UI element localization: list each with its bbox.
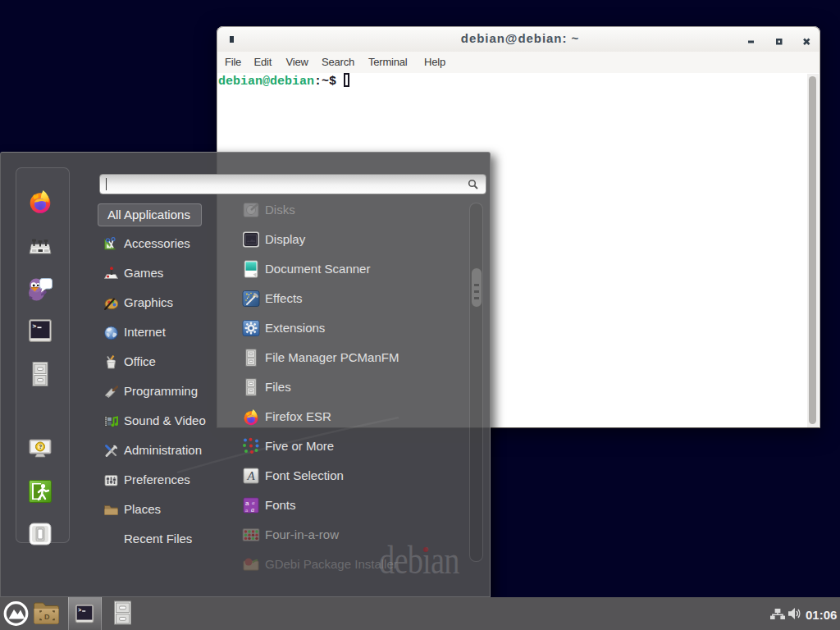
svg-text:D: D	[44, 613, 50, 621]
svg-text:A: A	[246, 469, 255, 482]
svg-text:a: a	[251, 506, 254, 514]
svg-text:?: ?	[39, 444, 42, 450]
svg-text:>: >	[78, 608, 81, 614]
svg-text:>: >	[33, 322, 37, 330]
